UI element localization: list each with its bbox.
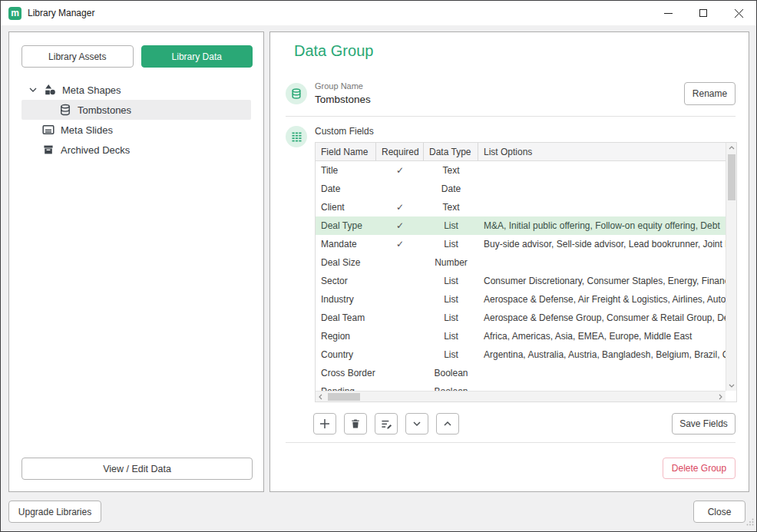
scroll-right-icon[interactable] [715, 392, 726, 402]
cell-list-options: Consumer Discretionary, Consumer Staples… [478, 276, 726, 286]
tree-item-archived-decks[interactable]: Archived Decks [28, 140, 263, 160]
scroll-up-icon[interactable] [726, 143, 737, 154]
resize-grip[interactable] [746, 515, 754, 529]
cell-data-type: List [424, 294, 478, 305]
cell-field-name: Deal Team [316, 312, 376, 323]
move-down-icon [412, 418, 422, 429]
tree-item-label: Archived Decks [61, 144, 130, 156]
column-header-list-options[interactable]: List Options [478, 143, 726, 160]
cell-field-name: Country [316, 349, 376, 360]
cell-list-options: M&A, Initial public offering, Follow-on … [478, 220, 726, 231]
cell-list-options: Africa, Americas, Asia, EMEA, Europe, Mi… [478, 331, 726, 342]
horizontal-scrollbar[interactable] [316, 391, 726, 401]
cell-field-name: Industry [316, 294, 376, 305]
cell-list-options: Buy-side advisor, Sell-side advisor, Lea… [478, 239, 726, 249]
table-row[interactable]: SectorListConsumer Discretionary, Consum… [316, 272, 726, 290]
custom-fields-table: Field Name Required Data Type List Optio… [315, 142, 737, 402]
group-name-value: Tombstones [315, 94, 371, 105]
cell-field-name: Title [316, 165, 376, 176]
shapes-icon [43, 84, 56, 97]
table-row[interactable]: Cross BorderBoolean [316, 364, 726, 382]
cell-field-name: Date [316, 183, 376, 194]
cell-list-options: Aerospace & Defense, Air Freight & Logis… [478, 294, 726, 305]
cell-data-type: Text [424, 165, 478, 176]
chevron-down-icon[interactable] [28, 84, 38, 95]
edit-list-options-button[interactable] [375, 413, 398, 435]
cell-field-name: Mandate [316, 239, 376, 249]
minimize-button[interactable] [650, 1, 686, 25]
titlebar: m Library Manager [1, 1, 756, 25]
move-field-down-button[interactable] [405, 413, 428, 435]
move-field-up-button[interactable] [436, 413, 459, 435]
cell-data-type: Text [424, 202, 478, 213]
cell-data-type: List [424, 312, 478, 323]
add-icon [319, 418, 330, 429]
cell-data-type: List [424, 239, 478, 249]
column-header-data-type[interactable]: Data Type [424, 143, 478, 160]
cell-field-name: Deal Type [316, 220, 376, 231]
fields-toolbar: Save Fields [313, 413, 736, 435]
move-up-icon [442, 418, 453, 429]
table-row[interactable]: CountryListArgentina, Australia, Austria… [316, 345, 726, 364]
page-title: Data Group [294, 42, 373, 60]
cell-required: ✓ [376, 202, 424, 213]
sidebar-panel: Library Assets Library Data Meta Shapes … [8, 31, 264, 492]
horizontal-scroll-thumb[interactable] [328, 393, 360, 401]
vertical-scrollbar[interactable] [726, 143, 736, 391]
delete-group-button[interactable]: Delete Group [663, 458, 736, 479]
slide-icon [41, 124, 55, 137]
cell-field-name: Region [316, 331, 376, 342]
table-row[interactable]: Deal TeamListAerospace & Defense Group, … [316, 309, 726, 327]
cell-field-name: Cross Border [316, 368, 376, 378]
library-tree: Meta Shapes Tombstones Meta Slides Archi… [9, 80, 263, 160]
scroll-down-icon[interactable] [726, 380, 737, 391]
rename-button[interactable]: Rename [684, 82, 736, 105]
edit-options-icon [381, 418, 392, 430]
table-header: Field Name Required Data Type List Optio… [316, 143, 726, 161]
cell-data-type: List [424, 276, 478, 286]
tree-item-tombstones[interactable]: Tombstones [21, 100, 251, 120]
database-icon [58, 104, 71, 117]
table-row[interactable]: Title✓Text [316, 161, 726, 180]
maximize-button[interactable] [686, 1, 721, 25]
cell-list-options: Aerospace & Defense Group, Consumer & Re… [478, 312, 726, 323]
table-row[interactable]: Deal SizeNumber [316, 253, 726, 272]
tab-library-assets[interactable]: Library Assets [21, 45, 134, 68]
table-row[interactable]: PendingBoolean [316, 382, 726, 391]
tree-item-meta-slides[interactable]: Meta Slides [28, 120, 263, 140]
cell-field-name: Sector [316, 276, 376, 286]
table-row[interactable]: Client✓Text [316, 198, 726, 216]
table-row[interactable]: Mandate✓ListBuy-side advisor, Sell-side … [316, 235, 726, 253]
library-manager-window: m Library Manager Library Assets Library… [0, 0, 757, 532]
column-header-required[interactable]: Required [376, 143, 424, 160]
archive-icon [41, 144, 55, 157]
scroll-left-icon[interactable] [316, 392, 326, 402]
view-edit-data-button[interactable]: View / Edit Data [21, 458, 253, 480]
custom-fields-grid-icon [286, 126, 307, 147]
tab-library-data[interactable]: Library Data [141, 45, 253, 68]
close-dialog-button[interactable]: Close [693, 501, 745, 523]
group-database-icon [286, 83, 307, 104]
tree-item-label: Meta Shapes [62, 84, 121, 96]
custom-fields-label: Custom Fields [315, 126, 374, 137]
cell-data-type: List [424, 349, 478, 360]
window-title: Library Manager [28, 8, 94, 18]
cell-required: ✓ [376, 165, 424, 176]
cell-required: ✓ [376, 220, 424, 231]
save-fields-button[interactable]: Save Fields [672, 413, 736, 435]
delete-field-button[interactable] [344, 413, 367, 435]
upgrade-libraries-button[interactable]: Upgrade Libraries [8, 501, 101, 523]
table-row[interactable]: IndustryListAerospace & Defense, Air Fre… [316, 290, 726, 309]
cell-data-type: List [424, 220, 478, 231]
column-header-field-name[interactable]: Field Name [316, 143, 376, 160]
tree-item-label: Meta Slides [61, 124, 113, 136]
vertical-scroll-thumb[interactable] [728, 154, 736, 200]
tree-item-meta-shapes[interactable]: Meta Shapes [9, 80, 263, 100]
table-row[interactable]: DateDate [316, 180, 726, 198]
table-row[interactable]: RegionListAfrica, Americas, Asia, EMEA, … [316, 327, 726, 345]
divider [286, 116, 736, 117]
table-row[interactable]: Deal Type✓ListM&A, Initial public offeri… [316, 216, 726, 235]
close-button[interactable] [721, 1, 756, 25]
add-field-button[interactable] [313, 413, 336, 435]
group-name-label: Group Name [315, 81, 363, 91]
